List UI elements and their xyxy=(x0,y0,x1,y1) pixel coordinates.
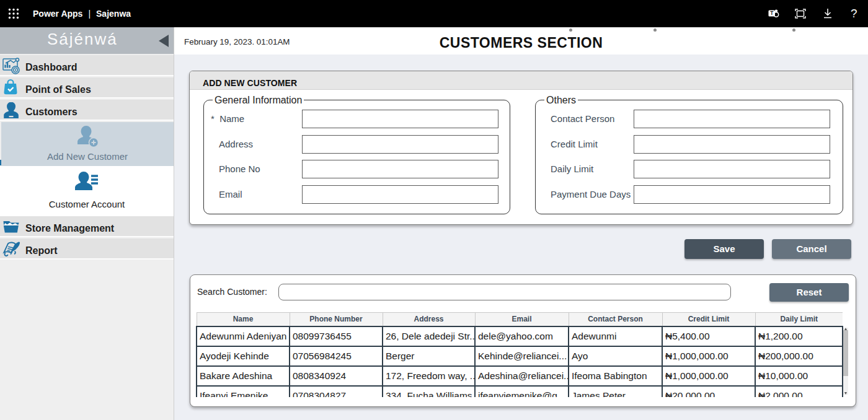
svg-text:T: T xyxy=(770,10,774,16)
